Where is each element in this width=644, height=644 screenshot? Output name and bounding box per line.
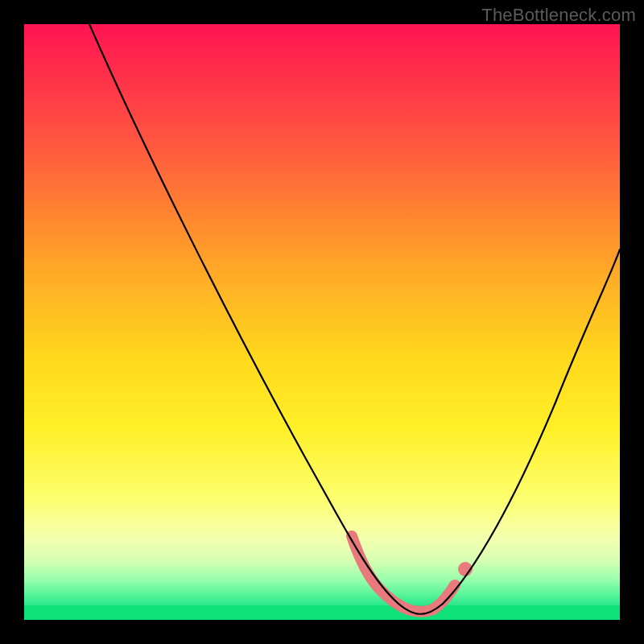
curve-svg xyxy=(24,24,620,620)
plot-area xyxy=(24,24,620,620)
bottleneck-curve xyxy=(89,24,620,614)
watermark-text: TheBottleneck.com xyxy=(481,5,636,26)
chart-frame: TheBottleneck.com xyxy=(0,0,644,644)
optimal-zone-highlight xyxy=(352,536,455,612)
